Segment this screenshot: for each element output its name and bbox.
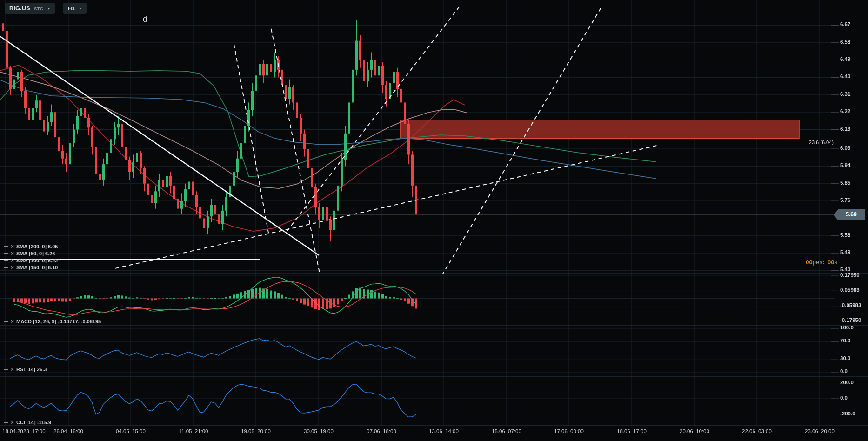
rsi-axis-label: 0.0 bbox=[840, 368, 848, 374]
indicator-row-sma150: × SMA [150, 0] 6.10 bbox=[4, 264, 58, 271]
close-icon[interactable]: × bbox=[11, 265, 14, 270]
date-axis-label: 23.06 20:00 bbox=[805, 428, 835, 434]
date-axis-label: 22.06 03:00 bbox=[742, 428, 772, 434]
indicator-label: RSI [14] 26.3 bbox=[16, 367, 47, 372]
date-axis-label: 17.06 00:00 bbox=[554, 428, 584, 434]
chevron-down-icon: ▼ bbox=[79, 7, 82, 10]
date-axis-label: 26.04 16:00 bbox=[53, 428, 83, 434]
cci-axis-label: 200.0 bbox=[840, 380, 854, 385]
chart-toolbar: RIG.US STC ▼ H1 ▼ bbox=[5, 3, 87, 14]
rsi-axis-label: 70.0 bbox=[840, 338, 850, 343]
trading-app-window: { "toolbar": {"symbol": "RIG.US", "mode"… bbox=[0, 0, 868, 441]
chevron-down-icon: ▼ bbox=[47, 7, 50, 10]
close-icon[interactable]: × bbox=[11, 420, 14, 425]
date-axis-label: 20.06 10:00 bbox=[680, 428, 709, 434]
date-axis-label: 18.06 17:00 bbox=[617, 428, 647, 434]
price-axis-label: 5.85 bbox=[840, 180, 850, 186]
indicator-settings-icon[interactable] bbox=[4, 245, 8, 248]
price-axis-label: 6.40 bbox=[840, 74, 850, 79]
chart-style-label: STC bbox=[34, 6, 44, 11]
indicator-settings-icon[interactable] bbox=[4, 320, 8, 323]
current-price-value: 5.69 bbox=[838, 209, 865, 220]
price-axis-label: 6.67 bbox=[840, 21, 850, 27]
date-axis-label: 19.05 20:00 bbox=[241, 428, 271, 434]
symbol-label: RIG.US bbox=[9, 5, 30, 12]
indicator-settings-icon[interactable] bbox=[4, 266, 8, 269]
indicator-label: SMA [50, 0] 6.26 bbox=[16, 251, 55, 256]
indicator-settings-icon[interactable] bbox=[4, 252, 8, 255]
indicator-label: SMA [150, 0] 6.10 bbox=[16, 265, 58, 270]
indicator-row-macd: × MACD [12, 26, 9] -0.14717, -0.08195 bbox=[4, 318, 101, 325]
date-axis-label: 30.05 19:00 bbox=[304, 428, 334, 434]
indicator-label: MACD [12, 26, 9] -0.14717, -0.08195 bbox=[16, 319, 101, 324]
price-axis-label: 6.22 bbox=[840, 108, 850, 114]
close-icon[interactable]: × bbox=[11, 319, 14, 324]
indicator-row-sma100: × SMA [100, 0] 6.22 bbox=[4, 257, 58, 264]
indicator-label: CCI [14] -115.9 bbox=[16, 420, 51, 425]
price-axis-label: 6.49 bbox=[840, 56, 850, 62]
bar-countdown: 00perc00s bbox=[806, 259, 837, 266]
macd-axis-label: -0.17950 bbox=[840, 317, 861, 323]
macd-axis-label: 0.17950 bbox=[840, 272, 860, 278]
current-price-badge: 5.69 bbox=[834, 209, 865, 220]
cci-axis-label: -200.0 bbox=[840, 411, 855, 416]
price-axis-label: 5.58 bbox=[840, 232, 850, 238]
close-icon[interactable]: × bbox=[11, 367, 14, 372]
date-axis-label: 11.05 21:00 bbox=[179, 428, 208, 434]
countdown-unit: s bbox=[835, 259, 838, 266]
indicator-label: SMA [200, 0] 6.05 bbox=[16, 244, 58, 249]
price-axis-label: 5.94 bbox=[840, 162, 850, 168]
indicator-row-rsi: × RSI [14] 26.3 bbox=[4, 366, 47, 373]
price-axis-label: 6.31 bbox=[840, 91, 850, 97]
countdown-value: 00 bbox=[828, 259, 834, 266]
symbol-selector[interactable]: RIG.US STC ▼ bbox=[5, 3, 55, 14]
macd-axis-label: 0.05983 bbox=[840, 287, 860, 293]
chart-canvas[interactable] bbox=[0, 0, 868, 441]
macd-axis-label: -0.05983 bbox=[840, 302, 861, 308]
indicator-settings-icon[interactable] bbox=[4, 368, 8, 371]
timeframe-selector[interactable]: H1 ▼ bbox=[63, 3, 87, 14]
price-axis-label: 6.58 bbox=[840, 39, 850, 45]
date-axis-label: 18.04.2023 17:00 bbox=[2, 428, 46, 434]
indicator-row-sma200: × SMA [200, 0] 6.05 bbox=[4, 243, 58, 250]
price-axis-label: 6.03 bbox=[840, 145, 850, 151]
close-icon[interactable]: × bbox=[11, 244, 14, 249]
close-icon[interactable]: × bbox=[11, 251, 14, 256]
price-axis-label: 5.40 bbox=[840, 267, 850, 272]
price-axis-label: 5.49 bbox=[840, 249, 850, 255]
timeframe-label: H1 bbox=[68, 6, 75, 11]
countdown-unit: perc bbox=[813, 259, 824, 266]
cci-axis-label: 0.0 bbox=[840, 395, 848, 401]
price-axis-label: 5.76 bbox=[840, 197, 850, 203]
date-axis-label: 15.06 07:00 bbox=[492, 428, 521, 434]
date-axis-label: 07.06 18:00 bbox=[367, 428, 396, 434]
date-axis-label: 04.05 15:00 bbox=[116, 428, 146, 434]
countdown-value: 00 bbox=[806, 259, 812, 266]
indicator-row-sma50: × SMA [50, 0] 6.26 bbox=[4, 250, 55, 257]
close-icon[interactable]: × bbox=[11, 258, 14, 263]
date-axis-label: 13.06 14:00 bbox=[429, 428, 459, 434]
fib-level-label: 23.6 (6.04) bbox=[809, 140, 834, 145]
indicator-settings-icon[interactable] bbox=[4, 259, 8, 262]
indicator-label: SMA [100, 0] 6.22 bbox=[16, 258, 58, 263]
indicator-settings-icon[interactable] bbox=[4, 421, 8, 424]
rsi-axis-label: 30.0 bbox=[840, 355, 850, 361]
price-badge-arrow-icon bbox=[834, 210, 838, 220]
text-annotation-d[interactable]: d bbox=[143, 14, 147, 24]
indicator-row-cci: × CCI [14] -115.9 bbox=[4, 419, 51, 426]
rsi-axis-label: 100.0 bbox=[840, 325, 854, 330]
price-axis-label: 6.13 bbox=[840, 126, 850, 132]
